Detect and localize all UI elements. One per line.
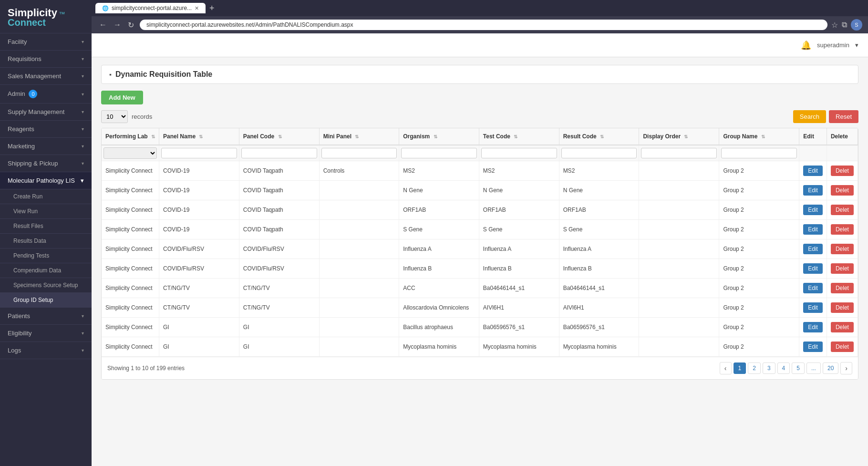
edit-button[interactable]: Edit <box>803 342 823 352</box>
page-4-button[interactable]: 4 <box>777 362 790 374</box>
filter-group-name[interactable] <box>719 145 799 161</box>
user-avatar[interactable]: S <box>851 19 862 31</box>
edit-button[interactable]: Edit <box>803 244 823 254</box>
col-group-name[interactable]: Group Name ⇅ <box>719 128 799 145</box>
cell-performing-lab: Simplicity Connect <box>102 181 159 200</box>
filter-panel-code[interactable] <box>239 145 319 161</box>
filter-panel-name[interactable] <box>159 145 239 161</box>
filter-organism[interactable] <box>399 145 479 161</box>
page-20-button[interactable]: 20 <box>823 362 838 374</box>
page-2-button[interactable]: 2 <box>748 362 761 374</box>
search-button[interactable]: Search <box>793 110 826 123</box>
sidebar-item-logs[interactable]: Logs ▾ <box>0 342 92 359</box>
cell-panel-name: GI <box>159 337 239 357</box>
new-tab-button[interactable]: + <box>209 3 215 13</box>
delete-button[interactable]: Delet <box>831 342 854 352</box>
sidebar-item-marketing[interactable]: Marketing ▾ <box>0 138 92 155</box>
filter-performing-lab-select[interactable] <box>103 147 157 159</box>
filter-mini-panel-input[interactable] <box>321 148 397 158</box>
reset-button[interactable]: Reset <box>829 110 858 123</box>
sidebar-item-specimens-source-setup[interactable]: Specimens Source Setup <box>0 278 92 293</box>
delete-button[interactable]: Delet <box>831 185 854 196</box>
delete-button[interactable]: Delet <box>831 166 854 176</box>
edit-button[interactable]: Edit <box>803 166 823 176</box>
sidebar-item-pending-tests[interactable]: Pending Tests <box>0 249 92 263</box>
extension-icon[interactable]: ⧉ <box>842 21 847 29</box>
filter-panel-code-input[interactable] <box>241 148 317 158</box>
filter-organism-input[interactable] <box>401 148 477 158</box>
sidebar-item-shipping-pickup[interactable]: Shipping & Pickup ▾ <box>0 155 92 172</box>
sidebar-item-admin[interactable]: Admin 0 ▾ <box>0 85 92 104</box>
edit-button[interactable]: Edit <box>803 224 823 235</box>
sidebar-item-results-data[interactable]: Results Data <box>0 234 92 249</box>
edit-button[interactable]: Edit <box>803 205 823 215</box>
back-button[interactable]: ← <box>97 20 109 31</box>
sidebar-item-group-id-setup[interactable]: Group ID Setup <box>0 293 92 308</box>
edit-button[interactable]: Edit <box>803 263 823 274</box>
filter-group-name-input[interactable] <box>721 148 797 158</box>
col-display-order[interactable]: Display Order ⇅ <box>639 128 719 145</box>
sidebar-item-compendium-data[interactable]: Compendium Data <box>0 263 92 278</box>
col-performing-lab[interactable]: Performing Lab ⇅ <box>102 128 159 145</box>
cell-display-order <box>639 337 719 357</box>
delete-button[interactable]: Delet <box>831 205 854 215</box>
sidebar-item-molecular-pathology-lis[interactable]: Molecular Pathology LIS ▾ <box>0 172 92 189</box>
bell-icon[interactable]: 🔔 <box>801 40 811 51</box>
next-page-button[interactable]: › <box>840 362 852 374</box>
forward-button[interactable]: → <box>112 20 123 31</box>
delete-button[interactable]: Delet <box>831 322 854 332</box>
col-test-code[interactable]: Test Code ⇅ <box>479 128 559 145</box>
sidebar-item-result-files[interactable]: Result Files <box>0 219 92 234</box>
refresh-button[interactable]: ↻ <box>126 20 136 31</box>
col-result-code[interactable]: Result Code ⇅ <box>559 128 639 145</box>
browser-tab[interactable]: 🌐 simplicityconnect-portal.azure... ✕ <box>95 3 206 13</box>
sidebar-item-patients[interactable]: Patients ▾ <box>0 308 92 325</box>
cell-mini-panel <box>319 239 399 259</box>
sort-icon: ⇅ <box>684 134 688 139</box>
edit-button[interactable]: Edit <box>803 302 823 313</box>
filter-panel-name-input[interactable] <box>161 148 237 158</box>
sidebar-item-requisitions[interactable]: Requisitions ▾ <box>0 51 92 68</box>
cell-edit: Edit <box>799 259 827 279</box>
filter-result-code[interactable] <box>559 145 639 161</box>
records-per-page-select[interactable]: 10 25 50 100 <box>101 110 128 123</box>
delete-button[interactable]: Delet <box>831 283 854 293</box>
delete-button[interactable]: Delet <box>831 263 854 274</box>
prev-page-button[interactable]: ‹ <box>720 362 732 374</box>
col-panel-name[interactable]: Panel Name ⇅ <box>159 128 239 145</box>
bookmark-icon[interactable]: ☆ <box>831 21 838 30</box>
sidebar-item-reagents[interactable]: Reagents ▾ <box>0 121 92 138</box>
cell-group-name: Group 2 <box>719 161 799 181</box>
sidebar-item-sales-management[interactable]: Sales Management ▾ <box>0 68 92 85</box>
edit-button[interactable]: Edit <box>803 185 823 196</box>
page-3-button[interactable]: 3 <box>763 362 775 374</box>
add-new-button[interactable]: Add New <box>101 91 143 104</box>
cell-panel-name: COVID-19 <box>159 200 239 220</box>
page-5-button[interactable]: 5 <box>792 362 805 374</box>
col-panel-code[interactable]: Panel Code ⇅ <box>239 128 319 145</box>
filter-display-order-input[interactable] <box>641 148 717 158</box>
cell-delete: Delet <box>827 161 858 181</box>
filter-test-code-input[interactable] <box>481 148 557 158</box>
filter-test-code[interactable] <box>479 145 559 161</box>
url-bar[interactable]: simplicityconnect-portal.azurewebsites.n… <box>140 20 827 30</box>
filter-performing-lab[interactable] <box>102 145 159 161</box>
user-chevron-icon[interactable]: ▾ <box>855 41 858 49</box>
filter-result-code-input[interactable] <box>561 148 637 158</box>
edit-button[interactable]: Edit <box>803 283 823 293</box>
delete-button[interactable]: Delet <box>831 244 854 254</box>
sidebar-item-eligibility[interactable]: Eligibility ▾ <box>0 325 92 342</box>
delete-button[interactable]: Delet <box>831 224 854 235</box>
filter-mini-panel[interactable] <box>319 145 399 161</box>
filter-display-order[interactable] <box>639 145 719 161</box>
page-1-button[interactable]: 1 <box>734 362 746 374</box>
delete-button[interactable]: Delet <box>831 302 854 313</box>
tab-close-icon[interactable]: ✕ <box>195 5 199 11</box>
col-organism[interactable]: Organism ⇅ <box>399 128 479 145</box>
col-mini-panel[interactable]: Mini Panel ⇅ <box>319 128 399 145</box>
sidebar-item-supply-management[interactable]: Supply Management ▾ <box>0 104 92 121</box>
sidebar-item-facility[interactable]: Facility ▾ <box>0 33 92 51</box>
sidebar-item-view-run[interactable]: View Run <box>0 204 92 219</box>
edit-button[interactable]: Edit <box>803 322 823 332</box>
sidebar-item-create-run[interactable]: Create Run <box>0 189 92 204</box>
